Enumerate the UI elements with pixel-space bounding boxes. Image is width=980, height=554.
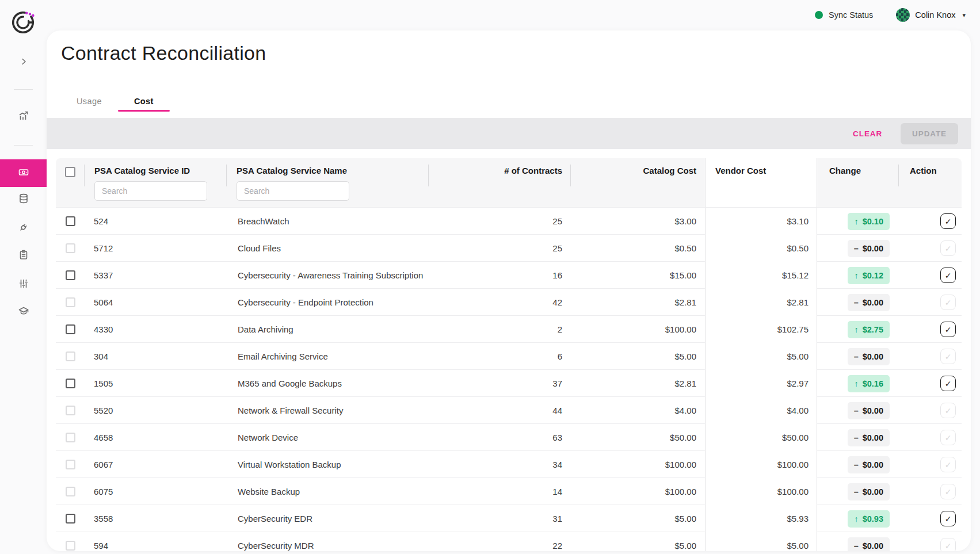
sidebar-toggle[interactable] (0, 51, 47, 74)
catalog-cost-cell: $100.00 (571, 460, 705, 469)
no-change-icon: – (854, 460, 859, 469)
change-amount: $0.00 (863, 433, 883, 442)
analytics-icon (18, 110, 29, 124)
row-checkbox[interactable] (66, 243, 75, 253)
row-checkbox[interactable] (66, 541, 75, 551)
service-id-cell: 1505 (85, 379, 227, 388)
table-row: 4330Data Archiving2$100.00$102.75↑$2.75✓ (56, 315, 962, 342)
tab-cost[interactable]: Cost (118, 90, 170, 112)
no-change-icon: – (854, 298, 859, 307)
sync-status-dot-icon (815, 11, 823, 19)
row-checkbox[interactable] (66, 460, 75, 469)
sidebar-item-integrations[interactable] (0, 217, 47, 240)
action-cell: ✓ (899, 484, 962, 499)
service-id-cell: 524 (85, 216, 227, 226)
apply-change-button[interactable]: ✓ (940, 376, 956, 391)
tab-usage[interactable]: Usage (60, 90, 118, 112)
up-arrow-icon: ↑ (854, 217, 858, 226)
vendor-cost-cell: $100.00 (705, 451, 817, 478)
service-name-cell: Cybersecurity - Awareness Training Subsc… (227, 270, 429, 280)
apply-change-button[interactable]: ✓ (940, 322, 956, 337)
user-name: Colin Knox (915, 10, 955, 20)
row-checkbox[interactable] (66, 216, 75, 226)
table-row: 5064Cybersecurity - Endpoint Protection4… (56, 288, 962, 315)
contracts-cell: 34 (429, 460, 571, 469)
vendor-cost-cell: $0.50 (705, 235, 817, 262)
sidebar-item-audit[interactable] (0, 244, 47, 268)
row-checkbox[interactable] (66, 324, 75, 334)
column-header-vendor-cost: Vendor Cost (705, 158, 817, 207)
apply-change-button[interactable]: ✓ (940, 511, 956, 526)
change-cell: ↑$0.93 (817, 510, 899, 528)
sidebar-item-data[interactable] (0, 188, 47, 211)
column-header-change: Change (817, 158, 899, 207)
service-name-cell: CyberSecurity MDR (227, 541, 429, 551)
no-change-icon: – (854, 541, 859, 551)
change-amount: $0.12 (863, 271, 883, 280)
sidebar-divider (14, 89, 33, 90)
service-name-cell: BreachWatch (227, 216, 429, 226)
contracts-cell: 31 (429, 514, 571, 524)
vendor-cost-cell: $3.10 (705, 208, 817, 235)
table-body: 524BreachWatch25$3.00$3.10↑$0.10✓5712Clo… (56, 207, 962, 551)
row-checkbox[interactable] (66, 487, 75, 496)
table-row: 3558CyberSecurity EDR31$5.00$5.93↑$0.93✓ (56, 505, 962, 532)
change-badge: –$0.00 (848, 483, 890, 500)
service-name-search-input[interactable] (237, 181, 349, 201)
action-cell: ✓ (899, 349, 962, 364)
row-select-cell (56, 216, 85, 226)
catalog-cost-cell: $4.00 (571, 406, 705, 415)
apply-change-button[interactable]: ✓ (940, 268, 956, 283)
sidebar-item-billing[interactable] (0, 159, 47, 187)
service-id-search-input[interactable] (94, 181, 207, 201)
graduation-cap-icon (18, 305, 29, 319)
sidebar-item-analytics[interactable] (0, 105, 47, 128)
change-amount: $0.10 (863, 217, 883, 226)
user-menu[interactable]: Colin Knox ▾ (896, 8, 966, 22)
action-cell: ✓ (899, 376, 962, 391)
row-checkbox[interactable] (66, 351, 75, 361)
row-select-cell (56, 541, 85, 551)
no-change-icon: – (854, 487, 859, 496)
up-arrow-icon: ↑ (854, 514, 858, 524)
no-change-icon: – (854, 406, 859, 415)
row-checkbox[interactable] (66, 514, 75, 524)
row-checkbox[interactable] (66, 297, 75, 307)
row-checkbox[interactable] (66, 406, 75, 415)
select-all-checkbox[interactable] (65, 167, 75, 177)
database-icon (18, 193, 29, 207)
sidebar-item-academy[interactable] (0, 301, 47, 324)
sidebar-divider (14, 145, 33, 146)
clear-button[interactable]: CLEAR (853, 129, 882, 138)
vendor-cost-cell: $4.00 (705, 397, 817, 424)
action-cell: ✓ (899, 457, 962, 472)
row-checkbox[interactable] (66, 379, 75, 388)
apply-change-button: ✓ (940, 538, 956, 551)
contracts-cell: 2 (429, 324, 571, 334)
contracts-cell: 42 (429, 297, 571, 307)
apply-change-button[interactable]: ✓ (940, 213, 956, 229)
row-select-cell (56, 270, 85, 280)
vendor-cost-cell: $5.00 (705, 532, 817, 551)
row-select-cell (56, 406, 85, 415)
contracts-cell: 6 (429, 351, 571, 361)
change-amount: $0.00 (863, 298, 883, 307)
tabs: Usage Cost (60, 90, 170, 112)
service-id-cell: 4330 (85, 324, 227, 334)
vendor-cost-cell: $102.75 (705, 316, 817, 343)
row-checkbox[interactable] (66, 270, 75, 280)
service-id-cell: 6067 (85, 460, 227, 469)
change-badge: –$0.00 (848, 348, 890, 365)
action-cell: ✓ (899, 511, 962, 526)
service-name-cell: M365 and Google Backups (227, 379, 429, 388)
no-change-icon: – (854, 352, 859, 361)
row-select-cell (56, 433, 85, 442)
row-checkbox[interactable] (66, 433, 75, 442)
sidebar-item-settings[interactable] (0, 273, 47, 296)
plug-icon (18, 221, 29, 235)
update-button[interactable]: UPDATE (901, 123, 958, 144)
toolbar: CLEAR UPDATE (47, 118, 971, 149)
change-badge: ↑$0.10 (848, 213, 890, 230)
contracts-cell: 25 (429, 243, 571, 253)
change-cell: –$0.00 (817, 402, 899, 419)
